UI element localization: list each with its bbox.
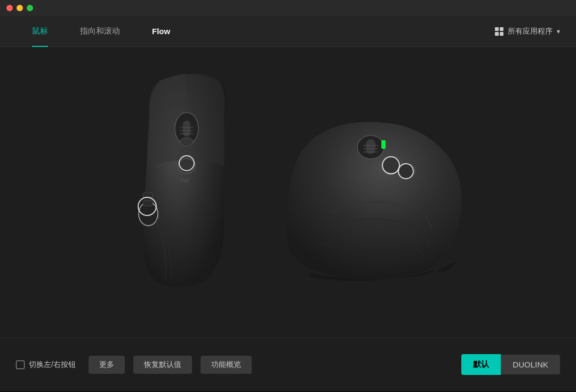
tab-mouse[interactable]: 鼠标	[16, 16, 64, 47]
close-button[interactable]	[6, 5, 13, 11]
mouse-side-view	[267, 107, 469, 289]
top-button-circle-2[interactable]	[398, 163, 414, 179]
mouse-side-svg	[267, 107, 469, 289]
restore-button[interactable]: 恢复默认值	[133, 356, 192, 374]
title-bar	[0, 0, 576, 16]
controls-bar: 切换左/右按钮 更多 恢复默认值 功能概览 默认 DUOLINK	[0, 338, 576, 391]
top-button-circle-1[interactable]	[382, 156, 400, 174]
mouse-front-view: logi	[107, 70, 267, 294]
checkbox-group: 切换左/右按钮	[16, 360, 76, 370]
right-controls: 默认 DUOLINK	[461, 354, 560, 375]
minimize-button[interactable]	[17, 5, 23, 11]
grid-icon	[495, 27, 503, 36]
chevron-down-icon: ▾	[557, 28, 560, 35]
mouse-front-svg: logi	[107, 70, 267, 294]
main-content: logi	[0, 47, 576, 338]
traffic-lights	[6, 5, 33, 11]
tab-pointing[interactable]: 指向和滚动	[64, 16, 136, 47]
svg-text:logi: logi	[180, 177, 190, 183]
middle-button-circle[interactable]	[179, 155, 195, 171]
overview-button[interactable]: 功能概览	[201, 356, 252, 374]
default-button[interactable]: 默认	[461, 354, 501, 375]
thumb-button-circle[interactable]	[138, 197, 157, 216]
swap-buttons-checkbox[interactable]	[16, 361, 25, 369]
more-button[interactable]: 更多	[89, 356, 125, 374]
apps-menu[interactable]: 所有应用程序 ▾	[495, 27, 560, 36]
duolink-button[interactable]: DUOLINK	[501, 355, 560, 374]
svg-rect-16	[381, 140, 386, 149]
swap-buttons-label: 切换左/右按钮	[29, 360, 76, 370]
tab-flow[interactable]: Flow	[136, 16, 186, 47]
mice-area: logi	[0, 47, 576, 338]
maximize-button[interactable]	[27, 5, 33, 11]
svg-point-5	[180, 138, 193, 146]
tab-bar: 鼠标 指向和滚动 Flow 所有应用程序 ▾	[0, 16, 576, 47]
